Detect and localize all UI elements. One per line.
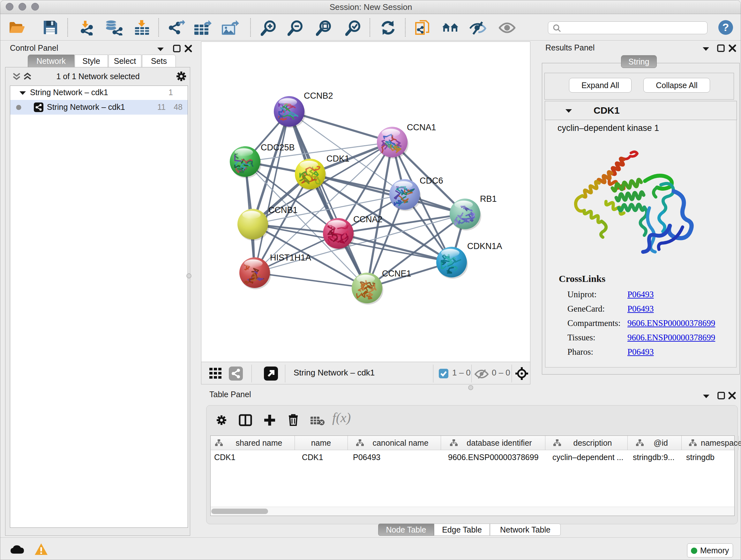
svg-text:CDKN1A: CDKN1A xyxy=(467,241,502,251)
svg-text:?: ? xyxy=(723,21,729,33)
svg-text:CDC6: CDC6 xyxy=(420,176,443,186)
svg-text:CCNE1: CCNE1 xyxy=(382,269,411,278)
svg-text:CCNA2: CCNA2 xyxy=(353,214,383,224)
svg-text:CCNB2: CCNB2 xyxy=(304,91,333,101)
svg-text:RB1: RB1 xyxy=(480,194,497,204)
svg-text:CDK1: CDK1 xyxy=(327,154,349,164)
svg-text:CCNB1: CCNB1 xyxy=(268,205,298,215)
svg-text:CDC25B: CDC25B xyxy=(261,143,295,152)
svg-text:CCNA1: CCNA1 xyxy=(407,123,436,132)
svg-text:HIST1H1A: HIST1H1A xyxy=(270,253,311,262)
